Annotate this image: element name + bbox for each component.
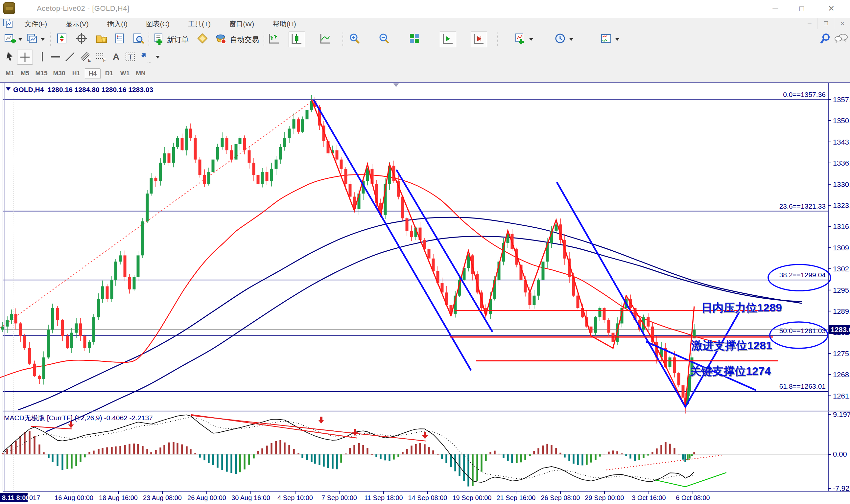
svg-text:0.00: 0.00 xyxy=(833,450,847,458)
text-button[interactable]: A xyxy=(110,51,122,62)
data-window-button[interactable] xyxy=(76,33,88,45)
svg-text:23 Aug 08:00: 23 Aug 08:00 xyxy=(143,494,182,501)
new-order-label[interactable]: 新订单 xyxy=(167,35,189,45)
menu-file[interactable]: 文件(F) xyxy=(16,18,56,29)
mdi-minimize-button[interactable]: ─ xyxy=(801,18,818,29)
periods-caret-icon[interactable] xyxy=(569,38,573,41)
bar-chart-button[interactable] xyxy=(268,33,280,45)
profiles-button[interactable] xyxy=(26,33,38,45)
templates-button[interactable] xyxy=(601,33,613,45)
toolbar-separator xyxy=(50,33,51,46)
svg-text:E: E xyxy=(88,58,91,62)
date-axis[interactable]: 16 Aug 00:0018 Aug 16:0023 Aug 08:0026 A… xyxy=(0,491,710,502)
mdi-close-button[interactable]: ✕ xyxy=(834,18,850,29)
tf-mn[interactable]: MN xyxy=(134,68,148,78)
horizontal-line-button[interactable] xyxy=(50,51,61,62)
fibonacci-button[interactable]: F xyxy=(95,51,106,62)
mdi-restore-button[interactable]: ❐ xyxy=(817,18,834,29)
dotted-trendline[interactable] xyxy=(0,100,314,328)
toolbar-separator xyxy=(148,33,149,46)
svg-text:1261.60: 1261.60 xyxy=(833,392,850,400)
svg-text:1275.30: 1275.30 xyxy=(833,349,850,358)
arrows-caret-icon[interactable] xyxy=(156,56,160,58)
tf-h1[interactable]: H1 xyxy=(69,68,84,78)
crosshair-button[interactable] xyxy=(17,50,33,65)
menu-help[interactable]: 帮助(H) xyxy=(264,18,305,29)
tf-m15[interactable]: M15 xyxy=(33,68,50,78)
macd-axis[interactable]: 9.19770.00-7.9264 xyxy=(828,410,850,492)
profiles-caret-icon[interactable] xyxy=(41,38,45,41)
maximize-button[interactable]: □ xyxy=(792,2,811,15)
svg-text:26 Aug 00:00: 26 Aug 00:00 xyxy=(187,494,226,501)
tf-m5[interactable]: M5 xyxy=(18,68,32,78)
text-label-button[interactable]: T xyxy=(125,51,136,62)
autotrading-label[interactable]: 自动交易 xyxy=(230,35,259,45)
zoom-in-button[interactable] xyxy=(349,33,361,45)
equidistant-channel-button[interactable]: E xyxy=(80,51,91,62)
line-chart-button[interactable] xyxy=(319,33,331,45)
autotrading-button[interactable] xyxy=(215,33,227,45)
indicators-button[interactable] xyxy=(515,33,527,45)
cursor-button[interactable] xyxy=(5,51,16,62)
svg-text:30 Aug 16:00: 30 Aug 16:00 xyxy=(231,494,270,501)
svg-text:1323.20: 1323.20 xyxy=(833,201,850,210)
vertical-line-button[interactable] xyxy=(37,51,48,62)
price-axis[interactable]: 1357.401350.601343.701336.901330.001323.… xyxy=(828,83,850,491)
templates-caret-icon[interactable] xyxy=(615,38,619,41)
indicators-caret-icon[interactable] xyxy=(529,38,533,41)
svg-text:1295.80: 1295.80 xyxy=(833,286,850,294)
strategy-tester-button[interactable] xyxy=(133,33,145,45)
new-chart-caret-icon[interactable] xyxy=(18,38,22,41)
new-order-button[interactable] xyxy=(153,33,165,45)
market-watch-button[interactable] xyxy=(56,33,68,45)
macd-histogram xyxy=(2,431,828,487)
tf-h4[interactable]: H4 xyxy=(85,68,101,79)
svg-text:21 Sep 16:00: 21 Sep 16:00 xyxy=(497,494,536,501)
search-icon[interactable] xyxy=(820,33,832,45)
toolbar-separator xyxy=(342,33,343,46)
minimize-button[interactable]: ─ xyxy=(766,2,785,15)
arrows-button[interactable] xyxy=(141,51,153,62)
metaeditor-button[interactable] xyxy=(197,33,209,45)
menu-view[interactable]: 显示(V) xyxy=(57,18,97,29)
terminal-button[interactable] xyxy=(114,33,126,45)
svg-text:18 Aug 16:00: 18 Aug 16:00 xyxy=(99,494,138,501)
zoom-out-button[interactable] xyxy=(379,33,390,45)
svg-text:16 Aug 00:00: 16 Aug 00:00 xyxy=(55,494,93,501)
new-chart-button[interactable] xyxy=(5,33,16,45)
svg-text:1309.50: 1309.50 xyxy=(833,244,850,252)
menu-insert[interactable]: 插入(I) xyxy=(99,18,136,29)
candlestick-chart-button[interactable] xyxy=(288,32,305,47)
tf-w1[interactable]: W1 xyxy=(118,68,132,78)
menu-window[interactable]: 窗口(W) xyxy=(220,18,263,29)
tf-d1[interactable]: D1 xyxy=(102,68,117,78)
candles xyxy=(1,95,696,413)
svg-text:关键支撑位1274: 关键支撑位1274 xyxy=(690,365,771,377)
menu-charts[interactable]: 图表(C) xyxy=(137,18,178,29)
macd-red-dotted-line[interactable] xyxy=(606,455,722,470)
svg-text:A: A xyxy=(113,52,119,62)
svg-text:F: F xyxy=(103,58,106,62)
chart-canvas[interactable]: 日内压力位1289日内压力位1289激进支撑位1281激进支撑位1281关键支撑… xyxy=(0,82,850,504)
ma-slow-1 xyxy=(18,217,802,410)
shift-marker-icon[interactable] xyxy=(393,84,399,87)
chart-document-icon xyxy=(3,19,13,28)
svg-text:1289.00: 1289.00 xyxy=(833,307,850,316)
periods-button[interactable] xyxy=(555,33,567,45)
navigator-button[interactable] xyxy=(96,33,108,45)
chart-shift-button[interactable] xyxy=(471,32,487,47)
svg-text:1350.60: 1350.60 xyxy=(833,116,850,125)
macd-green-line[interactable] xyxy=(655,472,726,487)
tf-m30[interactable]: M30 xyxy=(51,68,68,78)
svg-text:6 Oct 08:00: 6 Oct 08:00 xyxy=(676,494,710,501)
menu-tools[interactable]: 工具(T) xyxy=(179,18,219,29)
chart-window[interactable]: 日内压力位1289日内压力位1289激进支撑位1281激进支撑位1281关键支撑… xyxy=(0,82,850,504)
current-price-badge: 1283.03 xyxy=(829,325,850,334)
auto-scroll-button[interactable] xyxy=(440,32,456,47)
tile-windows-button[interactable] xyxy=(409,33,421,45)
close-button[interactable]: ✕ xyxy=(822,2,841,15)
chat-icon[interactable] xyxy=(834,33,846,45)
svg-text:9.1977: 9.1977 xyxy=(833,410,850,418)
tf-m1[interactable]: M1 xyxy=(3,68,17,78)
trendline-button[interactable] xyxy=(65,51,76,62)
